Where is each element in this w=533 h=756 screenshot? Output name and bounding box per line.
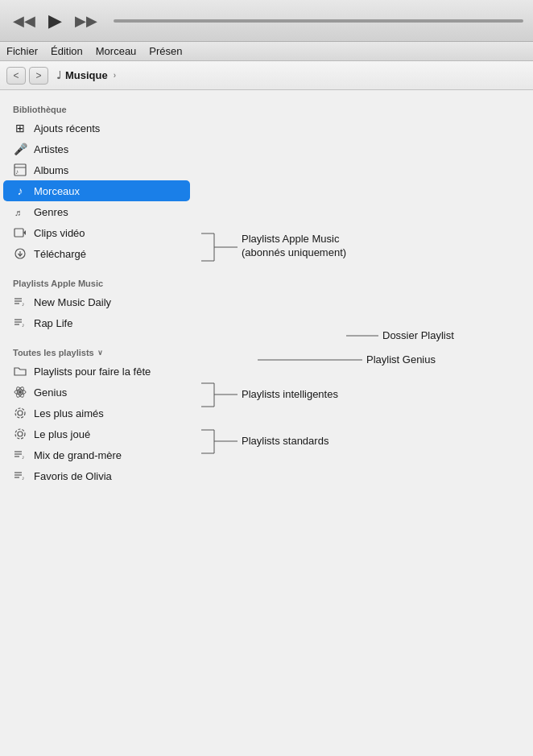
intelligentes-annotation: Playlists intelligentes (242, 388, 338, 400)
sidebar-item-genius[interactable]: Genius (0, 382, 193, 403)
music-icon: ♩ (56, 69, 61, 81)
svg-text:♪: ♪ (22, 454, 25, 460)
play-button[interactable]: ▶ (45, 9, 65, 33)
svg-text:♪: ♪ (22, 475, 25, 481)
gear-icon (13, 406, 27, 420)
nav-title: ♩ Musique › (56, 69, 116, 81)
download-icon (13, 246, 27, 261)
all-playlists-label: Toutes les playlists (13, 348, 94, 357)
progress-bar[interactable] (114, 19, 523, 23)
svg-text:(abonnés uniquement): (abonnés uniquement) (242, 246, 346, 258)
sidebar-item-label: Morceaux (34, 185, 80, 197)
annotations-svg: Playlists Apple Music (abonnés uniquemen… (193, 90, 533, 756)
playlist-icon-3: ♪ (13, 448, 27, 462)
sidebar-item-label: Genres (34, 206, 68, 218)
svg-text:♬: ♬ (14, 208, 21, 217)
svg-point-23 (15, 429, 25, 439)
rewind-button[interactable]: ◀◀ (10, 10, 39, 31)
nav-bar: < > ♩ Musique › (0, 61, 533, 90)
nav-title-text: Musique (65, 69, 108, 81)
grid-icon: ⊞ (13, 121, 27, 135)
sidebar-item-label: Favoris de Olivia (34, 470, 112, 482)
sidebar-item-label: New Music Daily (34, 296, 111, 308)
dossier-annotation: Dossier Playlist (382, 329, 454, 341)
svg-point-22 (18, 432, 23, 436)
menu-fichier[interactable]: Fichier (6, 45, 38, 57)
apple-music-header: Playlists Apple Music (0, 271, 193, 291)
section-divider-2 (0, 333, 193, 340)
sidebar-item-label: Le plus joué (34, 428, 90, 440)
gear-icon-2 (13, 427, 27, 441)
genres-icon: ♬ (13, 204, 27, 219)
genius-annotation: Playlist Genius (366, 353, 436, 366)
sidebar-item-label: Genius (34, 386, 67, 399)
sidebar-item-label: Les plus aimés (34, 407, 104, 419)
sidebar-item-label: Playlists pour faire la fête (34, 366, 151, 378)
all-playlists-header[interactable]: Toutes les playlists ∨ (0, 340, 193, 361)
note-icon: ♪ (13, 184, 27, 198)
menu-bar: Fichier Édition Morceau Présen (0, 42, 533, 61)
svg-text:♪: ♪ (22, 322, 25, 328)
svg-point-16 (19, 390, 22, 394)
svg-text:♪: ♪ (15, 168, 19, 176)
playlist-icon-4: ♪ (13, 469, 27, 483)
svg-point-20 (18, 411, 23, 415)
forward-button[interactable]: ▶▶ (72, 10, 101, 31)
player-bar: ◀◀ ▶ ▶▶ (0, 0, 533, 42)
menu-edition[interactable]: Édition (51, 45, 83, 57)
playlist-icon: ♪ (13, 295, 27, 309)
sidebar-item-le-plus-joue[interactable]: Le plus joué (0, 423, 193, 444)
menu-presen[interactable]: Présen (149, 45, 182, 57)
sidebar-item-genres[interactable]: ♬ Genres (0, 201, 193, 222)
back-button[interactable]: < (6, 67, 26, 85)
menu-morceau[interactable]: Morceau (96, 45, 137, 57)
forward-button-nav[interactable]: > (29, 67, 48, 85)
apple-music-annotation: Playlists Apple Music (242, 233, 340, 245)
chevron-down-icon: ∨ (97, 349, 103, 357)
sidebar-item-label: Albums (34, 164, 68, 176)
sidebar-item-favoris-olivia[interactable]: ♪ Favoris de Olivia (0, 465, 193, 486)
svg-text:♪: ♪ (22, 301, 25, 307)
sidebar-item-ajouts-recents[interactable]: ⊞ Ajouts récents (0, 118, 193, 138)
sidebar-item-label: Mix de grand-mère (34, 449, 122, 461)
sidebar-item-morceaux[interactable]: ♪ Morceaux (3, 180, 190, 201)
sidebar: Bibliothèque ⊞ Ajouts récents 🎤 Artistes… (0, 90, 193, 756)
atom-icon (13, 385, 27, 399)
sidebar-item-label: Clips vidéo (34, 227, 85, 239)
sidebar-item-les-plus-aimes[interactable]: Les plus aimés (0, 403, 193, 423)
playlist-icon-2: ♪ (13, 316, 27, 330)
annotation-area: Playlists Apple Music (abonnés uniquemen… (193, 90, 533, 756)
svg-rect-4 (14, 229, 23, 237)
library-header: Bibliothèque (0, 97, 193, 118)
sidebar-item-label: Ajouts récents (34, 122, 100, 134)
section-divider-1 (0, 264, 193, 271)
mic-icon: 🎤 (13, 142, 27, 156)
sidebar-item-clips-video[interactable]: Clips vidéo (0, 222, 193, 243)
nav-chevron-icon: › (114, 71, 116, 80)
sidebar-item-artistes[interactable]: 🎤 Artistes (0, 138, 193, 159)
sidebar-item-mix-grand-mere[interactable]: ♪ Mix de grand-mère (0, 444, 193, 465)
sidebar-item-label: Téléchargé (34, 248, 86, 260)
standards-annotation: Playlists standards (242, 435, 329, 447)
sidebar-item-label: Rap Life (34, 317, 72, 329)
sidebar-item-playlists-fete[interactable]: Playlists pour faire la fête (0, 361, 193, 382)
folder-icon (13, 364, 27, 378)
svg-point-21 (15, 408, 25, 418)
main-content: Bibliothèque ⊞ Ajouts récents 🎤 Artistes… (0, 90, 533, 756)
sidebar-item-new-music-daily[interactable]: ♪ New Music Daily (0, 291, 193, 312)
video-icon (13, 225, 27, 240)
sidebar-item-rap-life[interactable]: ♪ Rap Life (0, 312, 193, 333)
sidebar-item-telechargé[interactable]: Téléchargé (0, 243, 193, 264)
sidebar-item-albums[interactable]: ♪ Albums (0, 159, 193, 180)
sidebar-item-label: Artistes (34, 143, 68, 155)
album-icon: ♪ (13, 163, 27, 177)
